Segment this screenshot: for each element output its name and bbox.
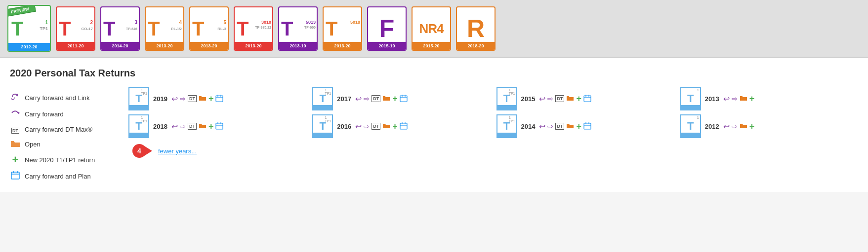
t5013-card[interactable]: T 5013TP-600 2013-19 xyxy=(278,6,318,51)
content-layout: Carry forward and Link Carry forward DT … xyxy=(10,87,858,182)
legend-open[interactable]: Open xyxy=(10,139,119,149)
f-year-bar: 2015-19 xyxy=(368,42,406,50)
t5-sub: 5RL-3 xyxy=(217,20,226,32)
t5-card[interactable]: T 5RL-3 2013-20 xyxy=(189,6,229,51)
fewer-years-section: 4 fewer years... xyxy=(132,144,858,158)
carry-forward-link-2012[interactable]: ↩ xyxy=(723,122,730,131)
legend-carry-forward[interactable]: Carry forward xyxy=(10,108,119,120)
t4-card[interactable]: T 4RL-1/2 2013-20 xyxy=(145,6,184,51)
open-2018[interactable] xyxy=(199,122,207,131)
t1-preview-card[interactable]: PREVIEW T 1TP1 2012-20 xyxy=(7,5,51,52)
dt-2019[interactable]: DT xyxy=(188,95,197,102)
svg-rect-13 xyxy=(584,96,591,102)
main-content: 2020 Personal Tax Returns Carry forward … xyxy=(0,58,868,192)
t1-card-2015[interactable]: T 1TP1 xyxy=(496,87,517,110)
add-2012[interactable]: + xyxy=(749,121,755,132)
dt-2018[interactable]: DT xyxy=(188,123,197,130)
year-label-2012: 2012 xyxy=(705,123,719,130)
t1-card-2019[interactable]: T 1TP1 xyxy=(128,87,149,110)
t1-card-2013[interactable]: T 1 xyxy=(680,87,701,110)
carry-forward-2012[interactable]: ⇨ xyxy=(732,122,738,130)
year-row-2013: T 1 2013 ↩ ⇨ + xyxy=(680,87,858,110)
open-2013[interactable] xyxy=(740,94,747,103)
years-grid: T 1TP1 2019 ↩ ⇨ DT + xyxy=(128,87,858,138)
r-card[interactable]: R 2018-20 xyxy=(456,6,496,51)
year-label-2018: 2018 xyxy=(153,123,167,130)
t1-card-2012[interactable]: T 1 xyxy=(680,114,701,138)
add-2017[interactable]: + xyxy=(392,94,398,104)
top-banner: PREVIEW T 1TP1 2012-20 T 2CO-17 2011-20 … xyxy=(0,0,868,58)
add-2018[interactable]: + xyxy=(208,121,214,132)
calendar-2014[interactable] xyxy=(583,122,591,131)
carry-forward-link-2014[interactable]: ↩ xyxy=(539,122,545,131)
fewer-years-link[interactable]: fewer years... xyxy=(158,147,197,155)
calendar-2016[interactable] xyxy=(400,122,408,131)
add-2019[interactable]: + xyxy=(208,94,214,104)
t5018-card[interactable]: T 5018 2013-20 xyxy=(323,6,362,51)
year-row-2019: T 1TP1 2019 ↩ ⇨ DT + xyxy=(128,87,306,110)
carry-forward-2015[interactable]: ⇨ xyxy=(547,95,553,103)
add-2013[interactable]: + xyxy=(749,94,755,104)
dt-2016[interactable]: DT xyxy=(372,123,380,130)
open-2014[interactable] xyxy=(566,122,574,131)
t2-card[interactable]: T 2CO-17 2011-20 xyxy=(56,6,95,51)
svg-rect-5 xyxy=(216,96,223,102)
calendar-2017[interactable] xyxy=(400,94,408,104)
add-2016[interactable]: + xyxy=(392,121,398,132)
carry-forward-link-2017[interactable]: ↩ xyxy=(355,94,362,104)
year-label-2014: 2014 xyxy=(521,123,536,130)
open-2012[interactable] xyxy=(740,122,747,131)
t1-card-2018[interactable]: T 1TP1 xyxy=(128,114,149,138)
t2-sub: 2CO-17 xyxy=(81,20,93,32)
carry-forward-link-2015[interactable]: ↩ xyxy=(539,94,545,104)
carry-forward-link-icon xyxy=(10,92,21,104)
carry-forward-2014[interactable]: ⇨ xyxy=(547,122,553,130)
open-2017[interactable] xyxy=(382,94,390,103)
t1-card-2016[interactable]: T 1TP1 xyxy=(312,114,333,138)
add-2015[interactable]: + xyxy=(576,94,581,104)
t3-sub: 3TP-646 xyxy=(126,20,137,32)
legend-carry-forward-dt[interactable]: DT Carry forward DT Max® xyxy=(10,124,119,135)
t3010-card[interactable]: T 3010TP-985.22 2013-20 xyxy=(234,6,273,51)
f-letter: F xyxy=(379,16,395,41)
year-row-2017: T 1TP1 2017 ↩ ⇨ DT + xyxy=(312,87,490,110)
year-row-2015: T 1TP1 2015 ↩ ⇨ DT + xyxy=(496,87,674,110)
nr4-card[interactable]: NR4 2015-20 xyxy=(412,6,451,51)
carry-forward-2017[interactable]: ⇨ xyxy=(364,95,370,103)
f-card[interactable]: F 2015-19 xyxy=(367,6,407,51)
svg-rect-21 xyxy=(400,123,407,129)
legend-carry-forward-link[interactable]: Carry forward and Link xyxy=(10,92,119,104)
r-letter: R xyxy=(467,16,485,41)
add-2014[interactable]: + xyxy=(576,121,581,132)
t1-letter: T xyxy=(8,19,23,38)
calendar-2019[interactable] xyxy=(215,94,223,104)
calendar-2018[interactable] xyxy=(215,122,223,131)
nr4-letter: NR4 xyxy=(419,22,443,35)
legend-new-return[interactable]: + New 2020 T1/TP1 return xyxy=(10,153,119,166)
carry-forward-link-2019[interactable]: ↩ xyxy=(171,94,178,104)
carry-forward-2016[interactable]: ⇨ xyxy=(364,122,370,130)
t1-card-2017[interactable]: T 1TP1 xyxy=(312,87,333,110)
carry-forward-link-2016[interactable]: ↩ xyxy=(355,122,362,131)
carry-forward-2018[interactable]: ⇨ xyxy=(180,122,186,130)
carry-forward-2013[interactable]: ⇨ xyxy=(732,95,738,103)
open-2016[interactable] xyxy=(382,122,390,131)
carry-forward-link-2013[interactable]: ↩ xyxy=(723,94,730,104)
open-2019[interactable] xyxy=(199,94,207,103)
dt-2014[interactable]: DT xyxy=(555,123,564,130)
t5018-letter: T xyxy=(324,19,337,38)
calendar-2015[interactable] xyxy=(583,94,591,104)
t1-year-bar: 2012-20 xyxy=(8,43,50,51)
dt-2015[interactable]: DT xyxy=(555,95,564,102)
t3-card[interactable]: T 3TP-646 2014-20 xyxy=(100,6,140,51)
new-return-icon: + xyxy=(10,153,21,166)
carry-forward-2019[interactable]: ⇨ xyxy=(180,95,186,103)
open-2015[interactable] xyxy=(566,94,574,103)
svg-marker-0 xyxy=(18,111,20,114)
t1-card-2014[interactable]: T 1TP1 xyxy=(496,114,517,138)
carry-forward-plan-icon xyxy=(10,170,21,182)
legend-carry-forward-plan[interactable]: Carry forward and Plan xyxy=(10,170,119,182)
carry-forward-link-2018[interactable]: ↩ xyxy=(171,122,178,131)
t5013-letter: T xyxy=(279,19,293,38)
dt-2017[interactable]: DT xyxy=(372,95,380,102)
